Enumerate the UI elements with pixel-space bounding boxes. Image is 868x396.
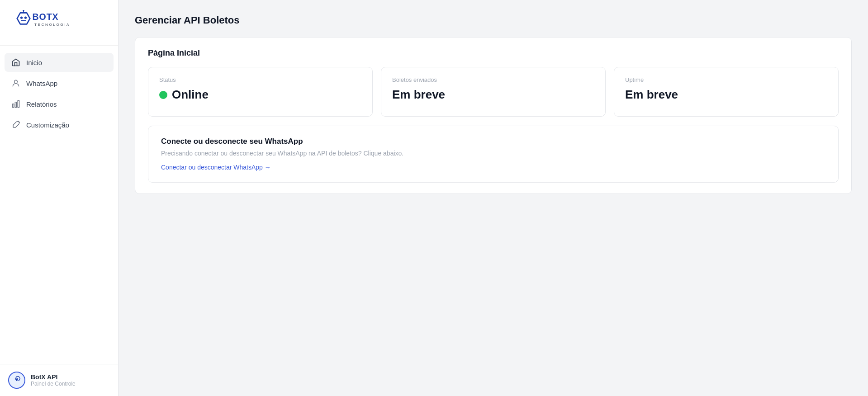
logo-area: BOTX TECNOLOGIA	[0, 0, 118, 46]
svg-rect-3	[21, 20, 26, 21]
bar-chart-icon	[11, 99, 21, 109]
page-title: Gerenciar API Boletos	[135, 14, 852, 26]
sidebar-nav: Inicio WhatsApp Relatórios	[0, 46, 118, 364]
main-content: Gerenciar API Boletos Página Inicial Sta…	[119, 0, 868, 396]
svg-point-1	[20, 16, 23, 19]
svg-text:BOTX: BOTX	[33, 12, 59, 22]
connect-card: Conecte ou desconecte seu WhatsApp Preci…	[148, 126, 839, 183]
svg-rect-11	[18, 101, 19, 108]
stat-value-uptime: Em breve	[625, 88, 827, 102]
stat-text-status: Online	[172, 88, 209, 102]
sidebar-item-relatorios[interactable]: Relatórios	[5, 94, 114, 113]
svg-rect-9	[13, 104, 14, 108]
section-card: Página Inicial Status Online Boletos env…	[135, 37, 852, 194]
svg-rect-10	[15, 102, 16, 108]
stat-label-status: Status	[159, 76, 361, 83]
connect-description: Precisando conectar ou desconectar seu W…	[161, 150, 825, 157]
sidebar-item-label: Inicio	[26, 59, 42, 66]
svg-point-2	[24, 16, 27, 19]
stat-text-uptime: Em breve	[625, 88, 678, 102]
avatar	[8, 372, 25, 389]
stat-label-boletos: Boletos enviados	[392, 76, 594, 83]
sidebar-item-label: WhatsApp	[26, 80, 57, 87]
footer-bot-icon	[12, 376, 21, 385]
whatsapp-icon	[11, 78, 21, 88]
stat-value-status: Online	[159, 88, 361, 102]
footer-subtitle: Painel de Controle	[31, 381, 76, 387]
footer-info: BotX API Painel de Controle	[31, 373, 76, 387]
botx-logo: BOTX TECNOLOGIA	[9, 10, 81, 37]
brush-icon	[11, 120, 21, 130]
sidebar-footer: BotX API Painel de Controle	[0, 364, 118, 396]
svg-point-8	[14, 80, 18, 83]
home-icon	[11, 57, 21, 67]
svg-text:TECNOLOGIA: TECNOLOGIA	[34, 23, 70, 27]
footer-name: BotX API	[31, 373, 76, 381]
stat-card-boletos: Boletos enviados Em breve	[381, 67, 606, 117]
stats-row: Status Online Boletos enviados Em breve …	[148, 67, 839, 117]
svg-point-14	[16, 378, 17, 379]
sidebar-item-inicio[interactable]: Inicio	[5, 53, 114, 72]
svg-point-15	[17, 378, 18, 379]
section-heading: Página Inicial	[148, 48, 839, 58]
sidebar-item-label: Customização	[26, 121, 69, 129]
sidebar: BOTX TECNOLOGIA Inicio WhatsAp	[0, 0, 119, 396]
status-online-dot	[159, 91, 167, 99]
sidebar-item-whatsapp[interactable]: WhatsApp	[5, 74, 114, 93]
svg-marker-0	[17, 13, 30, 24]
sidebar-item-label: Relatórios	[26, 100, 57, 108]
stat-card-status: Status Online	[148, 67, 373, 117]
stat-card-uptime: Uptime Em breve	[614, 67, 839, 117]
stat-text-boletos: Em breve	[392, 88, 445, 102]
connect-title: Conecte ou desconecte seu WhatsApp	[161, 137, 825, 146]
svg-point-5	[23, 10, 24, 11]
svg-rect-16	[16, 379, 18, 380]
stat-label-uptime: Uptime	[625, 76, 827, 83]
sidebar-item-customizacao[interactable]: Customização	[5, 115, 114, 134]
connect-link[interactable]: Conectar ou desconectar WhatsApp →	[161, 164, 271, 171]
stat-value-boletos: Em breve	[392, 88, 594, 102]
